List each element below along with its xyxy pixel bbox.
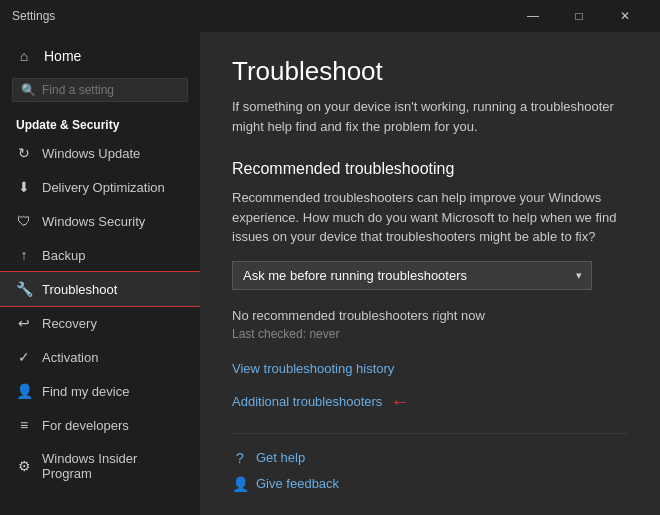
additional-troubleshooters-link[interactable]: Additional troubleshooters	[232, 394, 382, 409]
troubleshoot-icon: 🔧	[16, 281, 32, 297]
sidebar-item-label: Backup	[42, 248, 85, 263]
sidebar-home-label: Home	[44, 48, 81, 64]
search-box[interactable]: 🔍	[12, 78, 188, 102]
sidebar-item-label: Find my device	[42, 384, 129, 399]
maximize-button[interactable]: □	[556, 0, 602, 32]
delivery-optimization-icon: ⬇	[16, 179, 32, 195]
last-checked-text: Last checked: never	[232, 327, 628, 341]
red-arrow-annotation: ←	[390, 390, 410, 413]
sidebar-item-label: Recovery	[42, 316, 97, 331]
search-input[interactable]	[42, 83, 192, 97]
view-troubleshooting-history-link[interactable]: View troubleshooting history	[232, 361, 628, 376]
recommended-description: Recommended troubleshooters can help imp…	[232, 188, 628, 247]
additional-troubleshooters-row: Additional troubleshooters ←	[232, 390, 628, 413]
backup-icon: ↑	[16, 247, 32, 263]
get-help-label: Get help	[256, 450, 305, 465]
windows-security-icon: 🛡	[16, 213, 32, 229]
no-troubleshooters-text: No recommended troubleshooters right now	[232, 308, 628, 323]
sidebar-item-activation[interactable]: ✓ Activation	[0, 340, 200, 374]
sidebar-item-label: Troubleshoot	[42, 282, 117, 297]
troubleshoot-dropdown[interactable]: Ask me before running troubleshooters Ru…	[232, 261, 592, 290]
dropdown-wrapper: Ask me before running troubleshooters Ru…	[232, 261, 628, 290]
give-feedback-icon: 👤	[232, 476, 248, 492]
get-help-link[interactable]: ? Get help	[232, 450, 628, 466]
sidebar-item-label: For developers	[42, 418, 129, 433]
sidebar-item-for-developers[interactable]: ≡ For developers	[0, 408, 200, 442]
sidebar-item-windows-security[interactable]: 🛡 Windows Security	[0, 204, 200, 238]
get-help-icon: ?	[232, 450, 248, 466]
divider	[232, 433, 628, 434]
page-description: If something on your device isn't workin…	[232, 97, 628, 136]
minimize-button[interactable]: —	[510, 0, 556, 32]
sidebar-item-delivery-optimization[interactable]: ⬇ Delivery Optimization	[0, 170, 200, 204]
sidebar-item-find-my-device[interactable]: 👤 Find my device	[0, 374, 200, 408]
recovery-icon: ↩	[16, 315, 32, 331]
sidebar-item-home[interactable]: ⌂ Home	[0, 40, 200, 72]
main-content: Troubleshoot If something on your device…	[200, 32, 660, 515]
sidebar-item-label: Activation	[42, 350, 98, 365]
sidebar-item-backup[interactable]: ↑ Backup	[0, 238, 200, 272]
sidebar-item-label: Delivery Optimization	[42, 180, 165, 195]
app-body: ⌂ Home 🔍 Update & Security ↻ Windows Upd…	[0, 32, 660, 515]
sidebar-item-troubleshoot[interactable]: 🔧 Troubleshoot	[0, 272, 200, 306]
recommended-section-title: Recommended troubleshooting	[232, 160, 628, 178]
sidebar-item-recovery[interactable]: ↩ Recovery	[0, 306, 200, 340]
find-my-device-icon: 👤	[16, 383, 32, 399]
sidebar: ⌂ Home 🔍 Update & Security ↻ Windows Upd…	[0, 32, 200, 515]
close-button[interactable]: ✕	[602, 0, 648, 32]
windows-insider-icon: ⚙	[16, 458, 32, 474]
title-bar: Settings — □ ✕	[0, 0, 660, 32]
windows-update-icon: ↻	[16, 145, 32, 161]
sidebar-section-label: Update & Security	[0, 112, 200, 136]
activation-icon: ✓	[16, 349, 32, 365]
title-bar-title: Settings	[12, 9, 510, 23]
home-icon: ⌂	[16, 48, 32, 64]
sidebar-item-windows-update[interactable]: ↻ Windows Update	[0, 136, 200, 170]
sidebar-item-windows-insider[interactable]: ⚙ Windows Insider Program	[0, 442, 200, 490]
sidebar-item-label: Windows Insider Program	[42, 451, 184, 481]
give-feedback-label: Give feedback	[256, 476, 339, 491]
page-title: Troubleshoot	[232, 56, 628, 87]
for-developers-icon: ≡	[16, 417, 32, 433]
title-bar-controls: — □ ✕	[510, 0, 648, 32]
dropdown-container[interactable]: Ask me before running troubleshooters Ru…	[232, 261, 592, 290]
give-feedback-link[interactable]: 👤 Give feedback	[232, 476, 628, 492]
sidebar-item-label: Windows Update	[42, 146, 140, 161]
search-icon: 🔍	[21, 83, 36, 97]
bottom-links: ? Get help 👤 Give feedback	[232, 450, 628, 492]
sidebar-item-label: Windows Security	[42, 214, 145, 229]
